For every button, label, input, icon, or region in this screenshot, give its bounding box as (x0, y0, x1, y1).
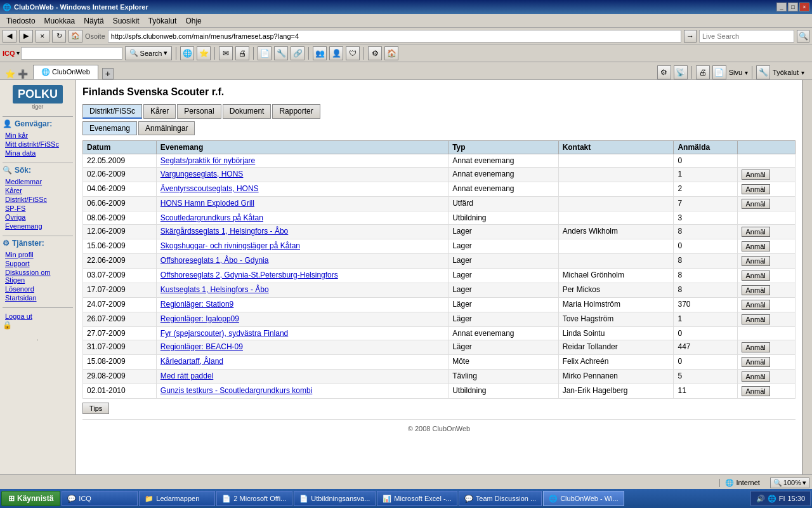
toolbar-icon-1[interactable]: 🌐 (180, 46, 194, 60)
nav-tab-distrikt[interactable]: Distrikt/FiSSc (82, 104, 142, 119)
event-link[interactable]: Regionläger: Igalopp09 (160, 314, 239, 323)
anmal-button[interactable]: Anmäl (742, 285, 770, 295)
stop-button[interactable]: ✕ (36, 30, 49, 43)
anmal-button[interactable]: Anmäl (742, 371, 770, 382)
toolbar-icon-shield[interactable]: 🛡 (346, 46, 360, 60)
anmal-button[interactable]: Anmäl (742, 342, 770, 352)
anmal-button[interactable]: Anmäl (742, 241, 770, 251)
tools-dropdown[interactable]: ▾ (801, 69, 804, 76)
search-dropdown-arrow[interactable]: ▾ (164, 49, 167, 57)
toolbar-icon-5[interactable]: 🔗 (291, 46, 304, 60)
toolbar-icon-8[interactable]: ⚙ (368, 46, 382, 60)
anmal-button[interactable]: Anmäl (742, 386, 770, 396)
anmal-button[interactable]: Anmäl (742, 300, 770, 310)
sidebar-link-evenemang[interactable]: Evenemang (3, 222, 73, 231)
anmal-button[interactable]: Anmäl (742, 314, 770, 324)
menu-tyokalut[interactable]: Työkalut (145, 15, 181, 27)
nav-tab-dokument[interactable]: Dokument (223, 104, 272, 119)
menu-ohje[interactable]: Ohje (181, 15, 205, 27)
event-link[interactable]: Äventyrsscoutseglats, HONS (160, 184, 259, 193)
menu-tiedosto[interactable]: Tiedosto (3, 15, 39, 27)
icq-dropdown-arrow[interactable]: ▾ (16, 50, 20, 57)
event-link[interactable]: Regionläger: Station9 (160, 300, 233, 309)
sidebar-link-diskussion[interactable]: Diskussion om Stigen (3, 268, 73, 284)
sidebar-link-support[interactable]: Support (3, 259, 73, 268)
menu-nayta[interactable]: Näytä (80, 15, 107, 27)
event-link[interactable]: Med rätt paddel (160, 371, 213, 380)
address-input[interactable] (108, 30, 681, 43)
event-link[interactable]: Seglats/praktik för nybörjare (160, 156, 255, 165)
home-button[interactable]: 🏠 (69, 30, 82, 43)
zoom-button[interactable]: 🔍 100% ▾ (770, 478, 809, 488)
event-link[interactable]: HONS Hamn Exploded Grill (160, 199, 254, 208)
tab-options-button[interactable]: ⚙ (657, 65, 671, 79)
rss-button[interactable]: 📡 (674, 65, 688, 79)
event-link[interactable]: Gunzis testkurs - Scoutledargrundkurs ko… (160, 386, 312, 395)
print-page-button[interactable]: 🖨 (696, 65, 710, 79)
event-link[interactable]: Vargungeseglats, HONS (160, 170, 244, 178)
sidebar-link-min-kar[interactable]: Min kår (3, 131, 73, 140)
sidebar-link-mitt-distrikt[interactable]: Mitt distrikt/FiSSc (3, 140, 73, 149)
sidebar-link-startsidan[interactable]: Startsidan (3, 293, 73, 302)
icq-input[interactable] (21, 47, 122, 60)
anmal-button[interactable]: Anmäl (742, 184, 770, 194)
favorites-star-icon[interactable]: ⭐ (5, 69, 15, 79)
toolbar-icon-3[interactable]: 📄 (258, 46, 272, 60)
anmal-button[interactable]: Anmäl (742, 170, 770, 180)
anmal-button[interactable]: Anmäl (742, 227, 770, 237)
event-link[interactable]: Kustseglats 1, Helsingfors - Åbo (160, 285, 269, 294)
sidebar-link-karer[interactable]: Kårer (3, 186, 73, 195)
forward-button[interactable]: ▶ (19, 30, 33, 43)
page-button[interactable]: 📄 (712, 65, 726, 79)
anmal-button[interactable]: Anmäl (742, 256, 770, 266)
favorites-add-icon[interactable]: ➕ (18, 69, 28, 79)
sidebar-link-spfs[interactable]: SP-FS (3, 204, 73, 213)
zoom-dropdown[interactable]: ▾ (802, 479, 806, 487)
minimize-button[interactable]: _ (776, 3, 787, 11)
event-link[interactable]: Skogshuggar- och rivningsläger på Kåtan (160, 241, 300, 250)
menu-muokkaa[interactable]: Muokkaa (41, 15, 79, 27)
tips-button[interactable]: Tips (82, 403, 109, 414)
live-search-input[interactable] (699, 30, 794, 43)
menu-suosikit[interactable]: Suosikit (109, 15, 143, 27)
event-link[interactable]: Offshoreseglats 2, Gdynia-St.Petersburg-… (160, 271, 338, 279)
event-link[interactable]: Fyr (spejarscouter), sydvästra Finland (160, 329, 288, 338)
scrollbar[interactable] (802, 80, 812, 474)
close-button[interactable]: × (799, 3, 809, 11)
sub-tab-anmalningar[interactable]: Anmälningar (138, 121, 195, 135)
anmal-button[interactable]: Anmäl (742, 357, 770, 367)
search-go-button[interactable]: 🔍 (797, 30, 809, 43)
toolbar-icon-print[interactable]: 🖨 (235, 46, 249, 60)
anmal-button[interactable]: Anmäl (742, 271, 770, 281)
toolbar-icon-mail[interactable]: ✉ (219, 46, 233, 60)
back-button[interactable]: ◀ (3, 30, 16, 43)
sidebar-link-medlemmar[interactable]: Medlemmar (3, 177, 73, 186)
new-tab-button[interactable]: + (102, 68, 114, 79)
sidebar-link-min-profil[interactable]: Min profil (3, 250, 73, 259)
sidebar-link-ovriga[interactable]: Övriga (3, 213, 73, 222)
sub-tab-evenemang[interactable]: Evenemang (82, 121, 137, 135)
sidebar-link-losenord[interactable]: Lösenord (3, 284, 73, 293)
nav-tab-karer[interactable]: Kårer (143, 104, 176, 119)
event-link[interactable]: Regionläger: BEACH-09 (160, 342, 243, 351)
event-link[interactable]: Scoutledargrundkurs på Kåtan (160, 213, 263, 222)
toolbar-icon-6[interactable]: 👥 (313, 46, 327, 60)
maximize-button[interactable]: □ (788, 3, 798, 11)
event-link[interactable]: Offshoreseglats 1, Åbo - Gdynia (160, 256, 269, 265)
refresh-button[interactable]: ↻ (52, 30, 66, 43)
toolbar-icon-7[interactable]: 👤 (329, 46, 343, 60)
window-controls[interactable]: _ □ × (776, 3, 809, 11)
page-dropdown[interactable]: ▾ (745, 69, 748, 76)
browser-tab-clubonweb[interactable]: 🌐 ClubOnWeb (33, 65, 98, 79)
toolbar-icon-4[interactable]: 🔧 (274, 46, 288, 60)
sidebar-link-distrikt[interactable]: Distrikt/FiSSc (3, 195, 73, 204)
search-button[interactable]: 🔍 Search ▾ (125, 46, 173, 60)
go-button[interactable]: → (684, 30, 697, 43)
sidebar-link-mina-data[interactable]: Mina data (3, 149, 73, 157)
toolbar-icon-2[interactable]: ⭐ (197, 46, 211, 60)
toolbar-icon-9[interactable]: 🏠 (384, 46, 398, 60)
tools-button[interactable]: 🔧 (756, 65, 770, 79)
event-link[interactable]: Skärgårdsseglats 1, Helsingfors - Åbo (160, 227, 288, 236)
event-link[interactable]: Kårledartaff, Åland (160, 357, 223, 366)
sidebar-link-logga-ut[interactable]: Logga ut (3, 312, 73, 321)
